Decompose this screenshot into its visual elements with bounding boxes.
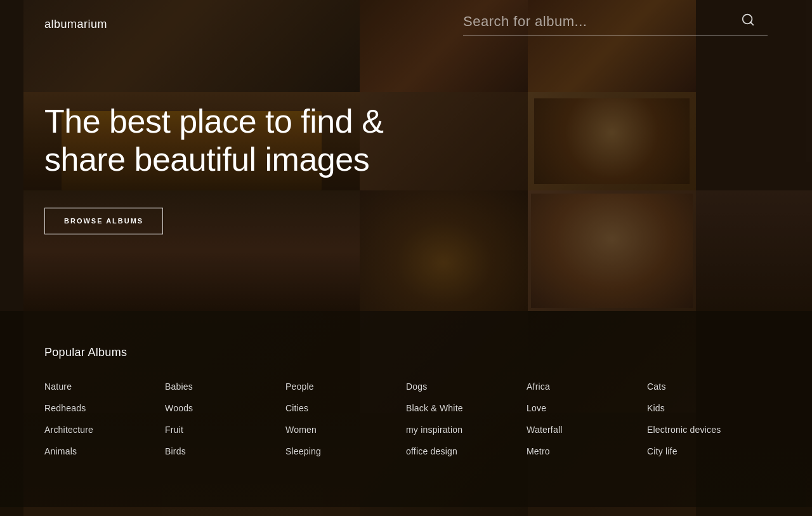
logo: albumarium: [44, 18, 107, 31]
svg-line-1: [750, 22, 753, 25]
album-link-col3-1[interactable]: Cities: [285, 403, 406, 413]
album-link-col4-3[interactable]: office design: [406, 446, 527, 456]
album-link-col1-2[interactable]: Architecture: [44, 425, 165, 435]
album-link-col2-0[interactable]: Babies: [165, 381, 285, 392]
album-link-col5-0[interactable]: Africa: [527, 381, 647, 392]
album-link-col2-1[interactable]: Woods: [165, 403, 285, 413]
album-link-col4-0[interactable]: Dogs: [406, 381, 527, 392]
album-link-col5-3[interactable]: Metro: [527, 446, 647, 456]
album-link-col1-0[interactable]: Nature: [44, 381, 165, 392]
album-link-col2-3[interactable]: Birds: [165, 446, 285, 456]
albums-grid: NatureRedheadsArchitectureAnimalsBabiesW…: [44, 381, 768, 456]
browse-albums-button[interactable]: BROWSE ALBUMS: [44, 208, 163, 234]
hero-content: The best place to find & share beautiful…: [44, 103, 425, 234]
album-link-col4-2[interactable]: my inspiration: [406, 425, 527, 435]
album-column-6: CatsKidsElectronic devicesCity life: [647, 381, 768, 456]
album-link-col6-0[interactable]: Cats: [647, 381, 768, 392]
search-container: [463, 13, 768, 36]
album-link-col1-3[interactable]: Animals: [44, 446, 165, 456]
search-button[interactable]: [741, 13, 755, 30]
popular-albums-title: Popular Albums: [44, 346, 768, 359]
album-column-2: BabiesWoodsFruitBirds: [165, 381, 285, 456]
popular-section: Popular Albums NatureRedheadsArchitectur…: [0, 311, 812, 507]
album-link-col6-1[interactable]: Kids: [647, 403, 768, 413]
album-link-col6-3[interactable]: City life: [647, 446, 768, 456]
album-column-3: PeopleCitiesWomenSleeping: [285, 381, 406, 456]
popular-content: Popular Albums NatureRedheadsArchitectur…: [44, 346, 768, 456]
album-link-col5-1[interactable]: Love: [527, 403, 647, 413]
search-icon: [741, 13, 755, 27]
hero-title: The best place to find & share beautiful…: [44, 103, 425, 179]
album-link-col1-1[interactable]: Redheads: [44, 403, 165, 413]
album-link-col5-2[interactable]: Waterfall: [527, 425, 647, 435]
album-link-col4-1[interactable]: Black & White: [406, 403, 527, 413]
header: albumarium: [0, 0, 812, 49]
album-column-1: NatureRedheadsArchitectureAnimals: [44, 381, 165, 456]
album-column-4: DogsBlack & Whitemy inspirationoffice de…: [406, 381, 527, 456]
album-link-col3-0[interactable]: People: [285, 381, 406, 392]
album-column-5: AfricaLoveWaterfallMetro: [527, 381, 647, 456]
album-link-col2-2[interactable]: Fruit: [165, 425, 285, 435]
album-link-col6-2[interactable]: Electronic devices: [647, 425, 768, 435]
search-input[interactable]: [463, 13, 736, 30]
album-link-col3-2[interactable]: Women: [285, 425, 406, 435]
album-link-col3-3[interactable]: Sleeping: [285, 446, 406, 456]
